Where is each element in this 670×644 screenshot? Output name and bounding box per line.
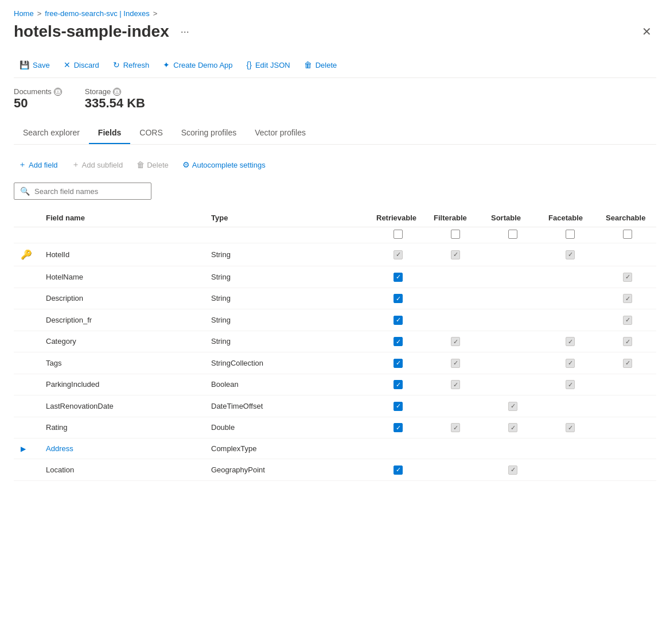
expand-icon[interactable]: ▶ [21, 445, 26, 453]
td-field-name: HotelId [39, 243, 204, 266]
td-type: String [204, 266, 369, 288]
tab-scoring-profiles[interactable]: Scoring profiles [172, 122, 246, 144]
checkbox-checked-gray[interactable]: ✓ [566, 423, 575, 432]
table-row: Category String ✓ ✓ ✓ ✓ [14, 331, 656, 352]
td-field-name: Category [39, 331, 204, 352]
create-demo-app-button[interactable]: ✦ Create Demo App [157, 57, 238, 73]
checkbox-checked-gray[interactable]: ✓ [394, 250, 403, 259]
table-row: Description String ✓ ✓ [14, 288, 656, 309]
stats-row: Documents ⓘ 50 Storage ⓘ 335.54 KB [14, 87, 656, 111]
td-searchable: ✓ [599, 266, 656, 288]
save-button[interactable]: 💾 Save [14, 57, 56, 73]
checkbox-checked-gray[interactable]: ✓ [508, 423, 517, 432]
checkbox-checked-blue[interactable]: ✓ [394, 316, 403, 325]
td-select-all-filterable [427, 227, 484, 243]
checkbox-checked-blue[interactable]: ✓ [394, 337, 403, 346]
td-field-name: LastRenovationDate [39, 395, 204, 417]
checkbox-checked-gray[interactable]: ✓ [451, 423, 460, 432]
td-filterable: ✓ [427, 352, 484, 374]
td-field-name: Description_fr [39, 309, 204, 331]
checkbox-checked-gray[interactable]: ✓ [451, 359, 460, 368]
select-all-facetable[interactable] [566, 230, 575, 239]
add-field-button[interactable]: ＋ Add field [14, 156, 63, 173]
td-filterable: ✓ [427, 243, 484, 266]
documents-value: 50 [14, 96, 62, 111]
search-field-names-input[interactable] [34, 187, 145, 196]
checkbox-checked-gray[interactable]: ✓ [451, 250, 460, 259]
close-button[interactable]: ✕ [637, 22, 656, 41]
th-field-name: Field name [39, 209, 204, 227]
breadcrumb-service[interactable]: free-demo-search-svc | Indexes [45, 9, 150, 18]
delete-icon: 🗑 [304, 60, 312, 69]
checkbox-checked-gray[interactable]: ✓ [623, 337, 632, 346]
documents-info-icon[interactable]: ⓘ [54, 88, 62, 96]
td-retrievable: ✓ [369, 417, 427, 439]
checkbox-checked-blue[interactable]: ✓ [394, 423, 403, 432]
td-facetable: ✓ [542, 374, 599, 395]
checkbox-checked-gray[interactable]: ✓ [566, 250, 575, 259]
select-all-sortable[interactable] [508, 230, 517, 239]
checkbox-checked-blue[interactable]: ✓ [394, 465, 403, 475]
checkbox-checked-gray[interactable]: ✓ [508, 402, 517, 411]
tab-search-explorer[interactable]: Search explorer [14, 122, 89, 144]
edit-json-button[interactable]: {} Edit JSON [241, 57, 296, 73]
td-sortable [484, 374, 542, 395]
table-header-row: Field name Type Retrievable Filterable S… [14, 209, 656, 227]
td-facetable: ✓ [542, 352, 599, 374]
td-facetable [542, 288, 599, 309]
td-filterable [427, 266, 484, 288]
tab-fields[interactable]: Fields [89, 122, 130, 144]
checkbox-checked-blue[interactable]: ✓ [394, 380, 403, 389]
td-facetable [542, 266, 599, 288]
code-icon: {} [247, 60, 252, 69]
td-facetable: ✓ [542, 417, 599, 439]
checkbox-checked-blue[interactable]: ✓ [394, 359, 403, 368]
td-select-all-facetable [542, 227, 599, 243]
storage-info-icon[interactable]: ⓘ [113, 88, 121, 96]
breadcrumb-sep1: > [37, 9, 42, 18]
td-sortable [484, 243, 542, 266]
checkbox-checked-gray[interactable]: ✓ [508, 465, 517, 475]
tab-vector-profiles[interactable]: Vector profiles [246, 122, 315, 144]
delete-field-button[interactable]: 🗑 Delete [132, 157, 173, 173]
fields-table: Field name Type Retrievable Filterable S… [14, 209, 656, 481]
checkbox-checked-gray[interactable]: ✓ [566, 380, 575, 389]
discard-button[interactable]: ✕ Discard [58, 57, 105, 73]
checkbox-checked-gray[interactable]: ✓ [566, 359, 575, 368]
td-empty-icon [14, 331, 39, 352]
td-empty-icon [14, 374, 39, 395]
select-all-filterable[interactable] [451, 230, 460, 239]
th-type: Type [204, 209, 369, 227]
breadcrumb-home[interactable]: Home [14, 9, 34, 18]
autocomplete-settings-button[interactable]: ⚙ Autocomplete settings [178, 157, 270, 173]
checkbox-checked-gray[interactable]: ✓ [451, 337, 460, 346]
table-select-all-row [14, 227, 656, 243]
td-filterable [427, 439, 484, 459]
select-all-retrievable[interactable] [394, 230, 403, 239]
add-subfield-button[interactable]: ＋ Add subfield [67, 156, 128, 173]
checkbox-checked-blue[interactable]: ✓ [394, 273, 403, 282]
td-sortable [484, 309, 542, 331]
checkbox-checked-blue[interactable]: ✓ [394, 402, 403, 411]
th-searchable: Searchable [599, 209, 656, 227]
tab-cors[interactable]: CORS [130, 122, 172, 144]
td-empty-icon [14, 309, 39, 331]
checkbox-checked-gray[interactable]: ✓ [623, 273, 632, 282]
td-select-all-icon [14, 227, 39, 243]
select-all-searchable[interactable] [623, 230, 632, 239]
td-searchable: ✓ [599, 288, 656, 309]
td-retrievable: ✓ [369, 266, 427, 288]
checkbox-checked-gray[interactable]: ✓ [623, 294, 632, 303]
td-facetable [542, 395, 599, 417]
checkbox-checked-gray[interactable]: ✓ [451, 380, 460, 389]
td-type: StringCollection [204, 352, 369, 374]
checkbox-checked-blue[interactable]: ✓ [394, 294, 403, 303]
breadcrumb: Home > free-demo-search-svc | Indexes > [14, 9, 656, 18]
checkbox-checked-gray[interactable]: ✓ [623, 316, 632, 325]
td-facetable: ✓ [542, 243, 599, 266]
delete-button[interactable]: 🗑 Delete [298, 57, 343, 73]
ellipsis-button[interactable]: ··· [176, 24, 194, 40]
checkbox-checked-gray[interactable]: ✓ [623, 359, 632, 368]
refresh-button[interactable]: ↻ Refresh [107, 57, 155, 73]
checkbox-checked-gray[interactable]: ✓ [566, 337, 575, 346]
